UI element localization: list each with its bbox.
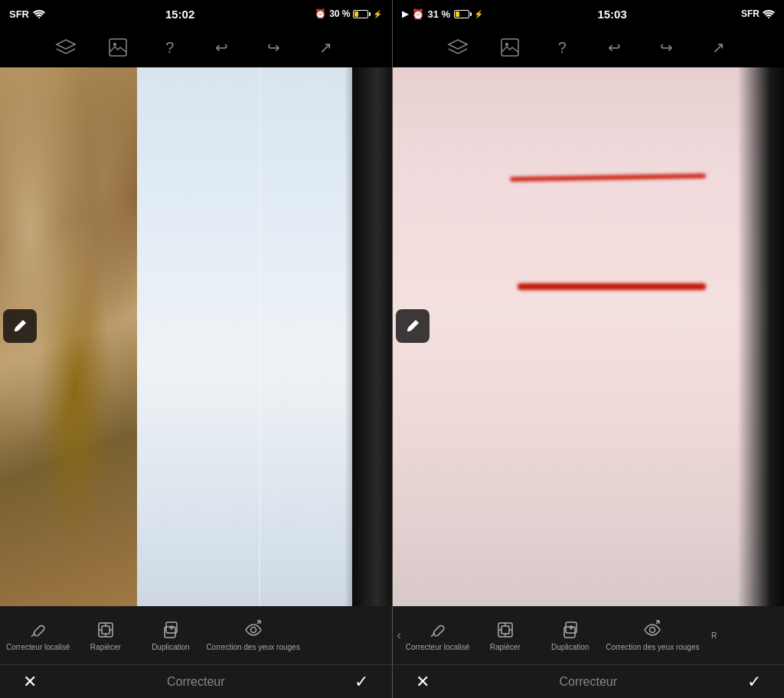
right-time: 15:03 xyxy=(597,8,626,21)
right-undo-button[interactable]: ↩ xyxy=(600,34,628,61)
left-divider xyxy=(259,67,260,606)
right-alarm-icon-left: ⏰ xyxy=(412,8,424,20)
right-tool-rapiecer[interactable]: Rapiècer xyxy=(472,615,537,656)
right-location-icon: ▶ xyxy=(402,9,408,19)
left-yeux-rouges-label: Correction des yeux rouges xyxy=(206,643,299,651)
left-layers-icon[interactable] xyxy=(52,34,80,61)
left-tools-row: Correcteur localisé Rapi xyxy=(0,606,392,664)
right-layers-icon[interactable] xyxy=(444,34,472,61)
left-duplication-label: Duplication xyxy=(152,643,189,651)
left-battery-icon: ⚡ xyxy=(353,10,382,18)
left-correcteur-label: Correcteur localisé xyxy=(6,643,70,651)
right-red-stroke-2 xyxy=(518,283,706,290)
left-dark-right xyxy=(345,67,391,606)
left-image-area xyxy=(0,67,392,606)
right-carrier: SFR xyxy=(741,8,760,19)
left-rapiecer-icon xyxy=(96,620,116,640)
svg-point-23 xyxy=(407,328,410,331)
svg-rect-21 xyxy=(501,39,518,56)
right-help-button[interactable]: ? xyxy=(548,34,576,61)
left-tool-correcteur[interactable]: Correcteur localisé xyxy=(3,615,73,656)
right-tool-correcteur[interactable]: Correcteur localisé xyxy=(403,615,472,656)
left-battery-percent: 30 % xyxy=(329,8,350,19)
left-status-right: ⏰ 30 % ⚡ xyxy=(315,8,382,19)
right-image-icon[interactable] xyxy=(496,34,524,61)
right-phone-panel: ▶ ⏰ 31 % ⚡ 15:03 SFR xyxy=(393,0,785,698)
left-wifi-icon xyxy=(33,9,45,18)
left-carrier: SFR xyxy=(9,8,29,20)
right-correcteur-label: Correcteur localisé xyxy=(406,643,469,651)
svg-rect-4 xyxy=(33,624,45,636)
svg-point-0 xyxy=(38,17,40,18)
left-correcteur-icon xyxy=(28,620,48,640)
right-tool-yeux-rouges[interactable]: Correction des yeux rouges xyxy=(603,615,702,656)
right-yeux-rouges-icon xyxy=(642,620,662,640)
svg-rect-27 xyxy=(501,626,509,634)
left-image-icon[interactable] xyxy=(104,34,132,61)
left-undo-button[interactable]: ↩ xyxy=(208,34,236,61)
left-status-bar: SFR 15:02 ⏰ 30 % ⚡ xyxy=(0,0,392,28)
svg-point-2 xyxy=(113,43,116,46)
right-duplication-label: Duplication xyxy=(551,643,589,651)
left-tool-duplication[interactable]: Duplication xyxy=(138,615,203,656)
left-help-button[interactable]: ? xyxy=(156,34,184,61)
svg-point-16 xyxy=(250,627,256,632)
svg-point-20 xyxy=(768,17,769,18)
left-phone-panel: SFR 15:02 ⏰ 30 % ⚡ xyxy=(0,0,393,698)
right-action-title: Correcteur xyxy=(559,675,617,689)
left-confirm-button[interactable]: ✓ xyxy=(354,672,368,692)
left-toolbar: ? ↩ ↪ ↗ xyxy=(0,28,392,67)
right-status-left: ▶ ⏰ 31 % ⚡ xyxy=(402,8,484,20)
right-rapiecer-icon xyxy=(495,620,515,640)
left-bottom-toolbar: Correcteur localisé Rapi xyxy=(0,606,392,698)
left-time: 15:02 xyxy=(165,8,194,21)
right-confirm-button[interactable]: ✓ xyxy=(747,672,761,692)
right-brush-overlay[interactable] xyxy=(396,309,430,343)
left-brush-overlay[interactable] xyxy=(3,309,37,343)
right-redo-button[interactable]: ↪ xyxy=(652,34,680,61)
right-bottom-toolbar: ‹ Correcteur localisé xyxy=(393,606,785,698)
right-scroll-chevron[interactable]: ‹ xyxy=(396,628,403,642)
left-tool-rapiecer[interactable]: Rapiècer xyxy=(73,615,138,656)
right-pink-bg xyxy=(393,67,785,606)
right-r-label: R xyxy=(711,631,717,640)
right-dark-edge xyxy=(737,67,784,606)
left-action-title: Correcteur xyxy=(167,675,225,689)
svg-rect-24 xyxy=(432,624,444,636)
left-cancel-button[interactable]: ✕ xyxy=(23,672,37,692)
right-tool-duplication[interactable]: Duplication xyxy=(537,615,603,656)
right-battery-icon: ⚡ xyxy=(454,10,483,18)
svg-point-36 xyxy=(650,627,655,632)
right-wifi-icon xyxy=(763,9,775,18)
right-status-right: SFR xyxy=(741,8,775,19)
svg-point-3 xyxy=(15,328,18,331)
right-action-bar: ✕ Correcteur ✓ xyxy=(393,664,785,698)
svg-rect-7 xyxy=(102,626,109,634)
right-tool-scroll-r[interactable]: R xyxy=(703,627,726,644)
left-tool-yeux-rouges[interactable]: Correction des yeux rouges xyxy=(203,615,302,656)
right-cancel-button[interactable]: ✕ xyxy=(416,672,430,692)
left-action-bar: ✕ Correcteur ✓ xyxy=(0,664,392,698)
right-toolbar: ? ↩ ↪ ↗ xyxy=(393,28,785,67)
left-duplication-icon xyxy=(161,620,181,640)
svg-point-22 xyxy=(505,43,508,46)
left-rapiecer-label: Rapiècer xyxy=(90,643,121,651)
right-tools-row: ‹ Correcteur localisé xyxy=(393,606,785,664)
svg-rect-1 xyxy=(109,39,126,56)
left-alarm-icon: ⏰ xyxy=(315,8,326,19)
phones-container: SFR 15:02 ⏰ 30 % ⚡ xyxy=(0,0,784,698)
left-white-panel xyxy=(137,67,352,606)
right-image-area xyxy=(393,67,785,606)
right-battery-percent-left: 31 % xyxy=(428,8,451,20)
right-correcteur-icon xyxy=(428,620,448,640)
right-yeux-rouges-label: Correction des yeux rouges xyxy=(606,643,699,651)
left-redo-button[interactable]: ↪ xyxy=(260,34,288,61)
left-expand-button[interactable]: ↗ xyxy=(312,34,340,61)
left-yeux-rouges-icon xyxy=(243,620,263,640)
right-expand-button[interactable]: ↗ xyxy=(704,34,732,61)
right-rapiecer-label: Rapiècer xyxy=(490,643,521,651)
left-status-left: SFR xyxy=(9,8,45,20)
right-status-bar: ▶ ⏰ 31 % ⚡ 15:03 SFR xyxy=(393,0,785,28)
right-duplication-icon xyxy=(560,620,580,640)
